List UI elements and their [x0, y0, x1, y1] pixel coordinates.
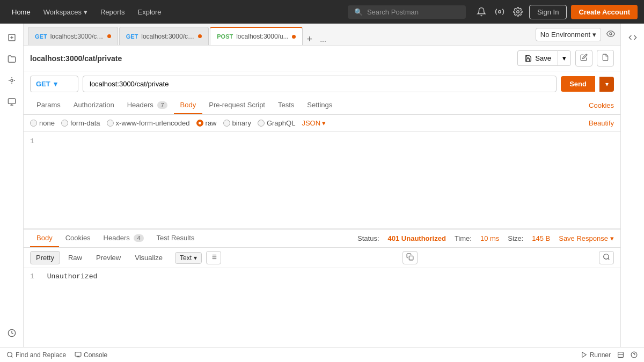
format-tab-visualize[interactable]: Visualize: [129, 251, 169, 264]
find-replace-label: Find and Replace: [16, 351, 66, 359]
tab-pre-request[interactable]: Pre-request Script: [202, 97, 272, 114]
sign-in-button[interactable]: Sign In: [529, 5, 567, 19]
headers-badge: 7: [157, 101, 167, 109]
status-value: 401 Unauthorized: [388, 234, 446, 242]
resp-tab-body[interactable]: Body: [30, 230, 59, 247]
add-tab-button[interactable]: +: [304, 34, 316, 45]
option-raw[interactable]: raw: [196, 119, 217, 127]
search-bar[interactable]: 🔍 Search Postman: [348, 5, 466, 19]
tab-bar: GET localhost:3000/ca... GET localhost:3…: [24, 24, 527, 45]
environment-selector[interactable]: No Environment ▾: [536, 28, 601, 41]
tab-3[interactable]: POST localhost:3000/u...: [210, 27, 302, 45]
top-navigation: Home Workspaces ▾ Reports Explore 🔍 Sear…: [0, 0, 644, 24]
sidebar-apis-icon[interactable]: [2, 71, 21, 90]
nav-workspaces-label: Workspaces: [43, 8, 82, 16]
main-layout: GET localhost:3000/ca... GET localhost:3…: [0, 24, 644, 347]
sidebar-new-tab-icon[interactable]: [2, 28, 21, 47]
tab-authorization[interactable]: Authorization: [67, 97, 121, 114]
edit-icon-button[interactable]: [575, 50, 592, 67]
sidebar-collections-icon[interactable]: [2, 49, 21, 69]
resp-tab-test-results[interactable]: Test Results: [150, 230, 201, 247]
format-tab-raw[interactable]: Raw: [62, 251, 88, 264]
format-tab-preview[interactable]: Preview: [90, 251, 127, 264]
layout-toggle-button[interactable]: [617, 351, 624, 358]
url-input[interactable]: [83, 76, 557, 92]
console-label: Console: [84, 351, 107, 359]
save-response-button[interactable]: Save Response ▾: [559, 234, 614, 242]
svg-rect-6: [8, 99, 15, 104]
chevron-down-icon: ▾: [592, 31, 596, 39]
radio-urlencoded-icon: [107, 120, 114, 127]
tab-1-dot: [107, 34, 111, 38]
option-none[interactable]: none: [30, 119, 55, 127]
save-button-group: Save ▾: [517, 50, 571, 66]
resp-tab-headers[interactable]: Headers 4: [97, 230, 150, 247]
tab-1-url: localhost:3000/ca...: [50, 33, 104, 40]
svg-line-17: [608, 258, 610, 260]
json-format-select[interactable]: JSON ▾: [302, 119, 326, 127]
nav-workspaces[interactable]: Workspaces ▾: [38, 5, 93, 19]
svg-line-19: [11, 356, 12, 357]
response-body-value: Unauthorized: [47, 272, 98, 280]
code-editor[interactable]: 1: [24, 132, 620, 229]
docs-icon-button[interactable]: [597, 50, 614, 67]
nav-home[interactable]: Home: [6, 5, 36, 19]
radio-form-data-icon: [61, 120, 68, 127]
option-graphql-label: GraphQL: [267, 119, 295, 127]
save-main-button[interactable]: Save: [517, 50, 558, 66]
sidebar-environments-icon[interactable]: [2, 92, 21, 112]
sidebar-history-icon[interactable]: [2, 323, 21, 343]
option-raw-label: raw: [206, 119, 217, 127]
search-icon: 🔍: [354, 8, 363, 16]
tab-tests[interactable]: Tests: [272, 97, 301, 114]
tab-settings[interactable]: Settings: [301, 97, 339, 114]
body-options: none form-data x-www-form-urlencoded raw…: [24, 115, 620, 132]
environment-eye-button[interactable]: [605, 28, 616, 41]
method-select[interactable]: GET ▾: [30, 76, 78, 92]
tab-env-area: GET localhost:3000/ca... GET localhost:3…: [24, 24, 620, 46]
option-form-data[interactable]: form-data: [61, 119, 100, 127]
bell-icon[interactable]: [493, 5, 507, 19]
nav-explore[interactable]: Explore: [133, 5, 167, 19]
nav-right-actions: Sign In Create Account: [474, 5, 638, 19]
send-dropdown-button[interactable]: ▾: [599, 77, 614, 92]
size-value: 145 B: [532, 234, 550, 242]
runner-button[interactable]: Runner: [581, 351, 611, 359]
method-value: GET: [36, 80, 50, 88]
send-button[interactable]: Send: [561, 76, 595, 92]
response-content: 1 Unauthorized: [24, 268, 620, 347]
search-response-icon-button[interactable]: [599, 251, 614, 264]
console-button[interactable]: Console: [75, 351, 107, 359]
url-bar: GET ▾ Send ▾: [24, 71, 620, 97]
more-tabs-button[interactable]: ···: [317, 36, 330, 45]
option-binary[interactable]: binary: [223, 119, 251, 127]
settings-icon[interactable]: [511, 5, 525, 19]
right-sidebar-code-icon[interactable]: [623, 28, 642, 47]
resp-tab-cookies[interactable]: Cookies: [59, 230, 97, 247]
svg-point-5: [11, 79, 13, 82]
editor-line-1-num: 1: [30, 137, 34, 145]
filter-icon-button[interactable]: [206, 251, 221, 264]
tab-headers[interactable]: Headers 7: [121, 97, 174, 114]
method-chevron-icon: ▾: [54, 80, 57, 88]
text-format-select[interactable]: Text ▾: [175, 252, 202, 264]
format-tab-pretty[interactable]: Pretty: [30, 251, 60, 264]
create-account-button[interactable]: Create Account: [571, 5, 638, 19]
option-graphql[interactable]: GraphQL: [258, 119, 295, 127]
notification-icon[interactable]: [474, 5, 488, 19]
svg-point-1: [517, 11, 519, 13]
size-label: Size:: [508, 234, 523, 242]
copy-icon-button[interactable]: [402, 251, 418, 264]
option-urlencoded[interactable]: x-www-form-urlencoded: [107, 119, 190, 127]
find-replace-button[interactable]: Find and Replace: [6, 351, 66, 359]
cookies-link[interactable]: Cookies: [589, 101, 614, 109]
response-area: Body Cookies Headers 4 Test Results Stat…: [24, 229, 620, 347]
beautify-button[interactable]: Beautify: [589, 119, 614, 127]
tab-2[interactable]: GET localhost:3000/ca...: [119, 27, 209, 45]
tab-params[interactable]: Params: [30, 97, 67, 114]
help-icon-button[interactable]: [631, 351, 638, 358]
tab-1[interactable]: GET localhost:3000/ca...: [28, 27, 118, 45]
save-dropdown-button[interactable]: ▾: [558, 50, 571, 66]
tab-body[interactable]: Body: [174, 97, 203, 114]
nav-reports[interactable]: Reports: [95, 5, 130, 19]
